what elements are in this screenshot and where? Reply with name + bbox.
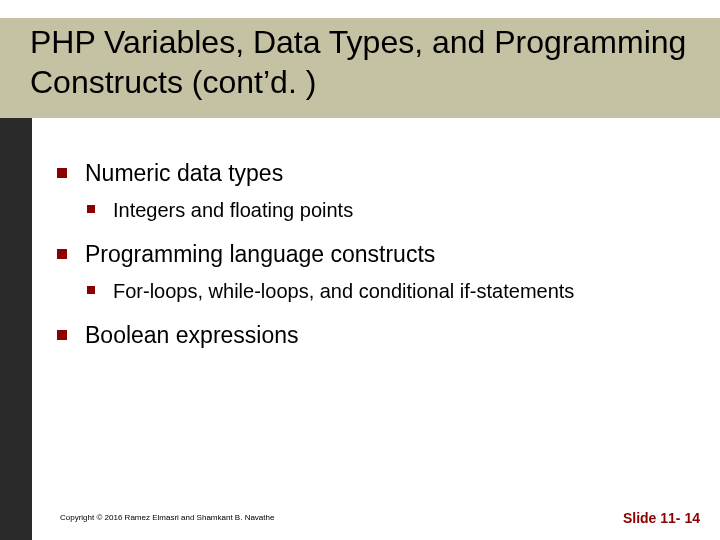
slide-title: PHP Variables, Data Types, and Programmi…	[30, 22, 690, 102]
bullet-item: Programming language constructs	[55, 241, 695, 268]
bullet-item: Numeric data types	[55, 160, 695, 187]
bullet-item: Boolean expressions	[55, 322, 695, 349]
bullet-text: Numeric data types	[85, 160, 283, 186]
bullet-text: Boolean expressions	[85, 322, 299, 348]
sub-bullet-item: Integers and floating points	[85, 197, 695, 223]
content-area: Numeric data types Integers and floating…	[55, 160, 695, 359]
left-accent-bar	[0, 118, 32, 540]
square-bullet-icon	[57, 168, 67, 178]
sub-bullet-text: Integers and floating points	[113, 199, 353, 221]
copyright-text: Copyright © 2016 Ramez Elmasri and Shamk…	[60, 513, 274, 522]
sub-bullet-text: For-loops, while-loops, and conditional …	[113, 280, 574, 302]
slide: PHP Variables, Data Types, and Programmi…	[0, 0, 720, 540]
square-bullet-icon	[57, 330, 67, 340]
square-bullet-icon	[87, 205, 95, 213]
slide-number: Slide 11- 14	[623, 510, 700, 526]
sub-bullet-item: For-loops, while-loops, and conditional …	[85, 278, 695, 304]
bullet-text: Programming language constructs	[85, 241, 435, 267]
square-bullet-icon	[57, 249, 67, 259]
square-bullet-icon	[87, 286, 95, 294]
